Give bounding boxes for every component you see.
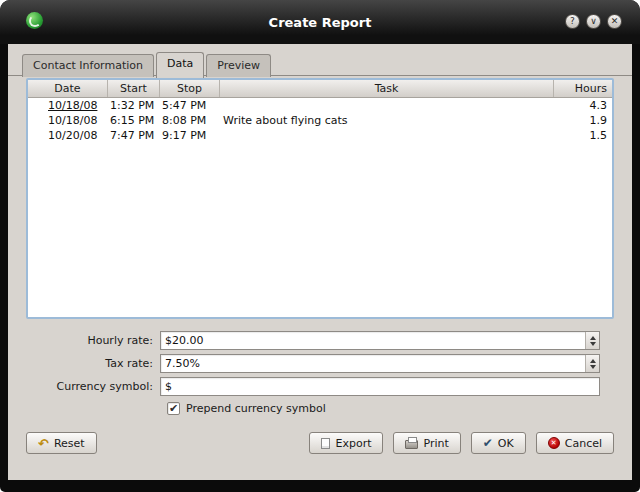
export-button[interactable]: Export: [309, 432, 383, 454]
tab-bar: Contact Information Data Preview: [22, 50, 273, 76]
column-header-date[interactable]: Date: [28, 80, 108, 97]
cell-stop: 8:08 PM: [160, 114, 220, 127]
cancel-icon: ✕: [548, 437, 560, 449]
spin-up-icon[interactable]: [590, 359, 596, 363]
column-header-hours[interactable]: Hours: [554, 80, 612, 97]
cell-stop: 5:47 PM: [160, 99, 220, 112]
undo-icon: ↶: [38, 437, 49, 450]
cell-hours: 4.3: [554, 99, 612, 112]
tab-contact-information[interactable]: Contact Information: [22, 54, 154, 77]
cell-hours: 1.9: [554, 114, 612, 127]
window-title: Create Report: [0, 0, 640, 44]
cell-date: 10/20/08: [28, 129, 108, 142]
hourly-rate-spinbutton[interactable]: [160, 331, 600, 350]
prepend-checkbox[interactable]: ✔: [167, 402, 180, 415]
cell-start: 1:32 PM: [108, 99, 160, 112]
tab-data[interactable]: Data: [156, 52, 204, 78]
minimize-button[interactable]: ∨: [586, 14, 601, 29]
print-button-label: Print: [423, 437, 448, 450]
report-table[interactable]: DateStartStopTaskHours 10/18/081:32 PM5:…: [26, 78, 614, 319]
column-header-task[interactable]: Task: [220, 80, 554, 97]
currency-symbol-entry[interactable]: [160, 377, 600, 396]
printer-icon: [405, 440, 418, 449]
prepend-checkbox-label: Prepend currency symbol: [186, 402, 326, 415]
tax-rate-input[interactable]: [161, 355, 585, 372]
currency-symbol-input[interactable]: [161, 378, 599, 395]
table-body: 10/18/081:32 PM5:47 PM4.310/18/086:15 PM…: [28, 98, 612, 143]
table-row[interactable]: 10/20/087:47 PM9:17 PM1.5: [28, 128, 612, 143]
titlebar-controls: ? ∨ ✕: [565, 14, 622, 29]
checkmark-icon: ✔: [169, 403, 178, 414]
cancel-button[interactable]: ✕ Cancel: [536, 432, 614, 454]
spin-down-icon[interactable]: [590, 342, 596, 346]
table-header: DateStartStopTaskHours: [28, 80, 612, 98]
table-row[interactable]: 10/18/086:15 PM8:08 PMWrite about flying…: [28, 113, 612, 128]
hourly-rate-input[interactable]: [161, 332, 585, 349]
cell-stop: 9:17 PM: [160, 129, 220, 142]
tax-rate-label: Tax rate:: [26, 357, 160, 370]
hourly-rate-label: Hourly rate:: [26, 334, 160, 347]
currency-symbol-row: Currency symbol:: [26, 377, 600, 396]
column-header-start[interactable]: Start: [108, 80, 160, 97]
create-report-window: Create Report ? ∨ ✕ Contact Information …: [0, 0, 640, 492]
fields-section: Hourly rate: Tax rate:: [26, 331, 600, 417]
dialog-body: Contact Information Data Preview DateSta…: [8, 44, 632, 480]
help-button[interactable]: ?: [565, 14, 580, 29]
column-header-stop[interactable]: Stop: [160, 80, 220, 97]
prepend-row: ✔ Prepend currency symbol: [167, 400, 600, 417]
cell-date: 10/18/08: [28, 114, 108, 127]
reset-button[interactable]: ↶ Reset: [26, 432, 97, 454]
cell-start: 7:47 PM: [108, 129, 160, 142]
cell-task: Write about flying cats: [220, 114, 554, 127]
reset-button-label: Reset: [54, 437, 85, 450]
ok-button[interactable]: ✔ OK: [471, 432, 526, 454]
ok-button-label: OK: [498, 437, 514, 450]
spinner-icon[interactable]: [585, 355, 599, 372]
action-bar: ↶ Reset Export Print ✔ OK ✕ Cancel: [26, 432, 614, 454]
hourly-rate-row: Hourly rate:: [26, 331, 600, 350]
export-button-label: Export: [335, 437, 371, 450]
close-button[interactable]: ✕: [607, 14, 622, 29]
spin-up-icon[interactable]: [590, 336, 596, 340]
spin-down-icon[interactable]: [590, 365, 596, 369]
cell-date: 10/18/08: [28, 99, 108, 112]
titlebar[interactable]: Create Report ? ∨ ✕: [0, 0, 640, 44]
tax-rate-row: Tax rate:: [26, 354, 600, 373]
currency-symbol-label: Currency symbol:: [26, 380, 160, 393]
cell-hours: 1.5: [554, 129, 612, 142]
spinner-icon[interactable]: [585, 332, 599, 349]
tab-preview[interactable]: Preview: [206, 54, 271, 77]
cancel-button-label: Cancel: [565, 437, 602, 450]
checkmark-icon: ✔: [483, 437, 493, 449]
document-icon: [321, 438, 330, 449]
tax-rate-spinbutton[interactable]: [160, 354, 600, 373]
table-row[interactable]: 10/18/081:32 PM5:47 PM4.3: [28, 98, 612, 113]
print-button[interactable]: Print: [393, 432, 460, 454]
cell-start: 6:15 PM: [108, 114, 160, 127]
